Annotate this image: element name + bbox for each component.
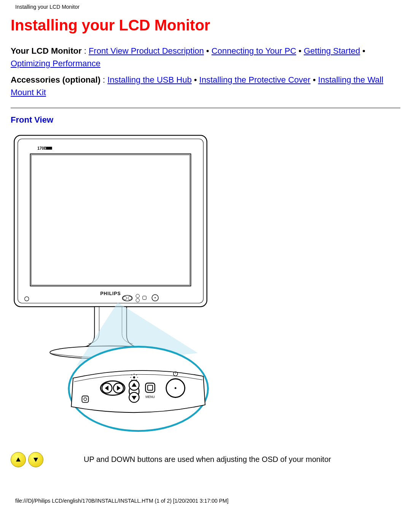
footer: file:///D|/Philips LCD/english/170B/INST… — [0, 475, 411, 508]
svg-rect-36 — [145, 383, 155, 392]
nav2-sep: : — [100, 75, 107, 85]
model-label-text: 170B — [37, 146, 47, 150]
page-header-title: Installing your LCD Monitor — [15, 4, 80, 10]
up-button-icon — [11, 452, 26, 467]
svg-rect-2 — [46, 147, 52, 150]
down-button-icon — [28, 452, 43, 467]
up-down-button-row: UP and DOWN buttons are used when adjust… — [11, 452, 400, 467]
page-title: Installing your LCD Monitor — [11, 17, 400, 34]
link-protective-cover[interactable]: Installing the Protective Cover — [199, 75, 311, 85]
link-getting-started[interactable]: Getting Started — [304, 46, 360, 56]
page-header: Installing your LCD Monitor — [0, 0, 411, 10]
svg-point-39 — [175, 387, 177, 389]
svg-rect-3 — [30, 154, 191, 286]
monitor-diagram: 170B PHILIPS — [11, 132, 210, 437]
menu-button: MENU — [145, 383, 155, 399]
front-view-heading: Front View — [11, 115, 400, 125]
link-usb-hub[interactable]: Installing the USB Hub — [107, 75, 191, 85]
link-optimizing-performance[interactable]: Optimizing Performance — [11, 59, 100, 68]
nav-line-accessories: Accessories (optional) : Installing the … — [11, 73, 400, 99]
brand-text: PHILIPS — [100, 291, 121, 296]
link-connecting-pc[interactable]: Connecting to Your PC — [212, 46, 296, 56]
svg-point-13 — [155, 297, 156, 299]
link-front-view-desc[interactable]: Front View Product Description — [89, 46, 204, 56]
svg-marker-44 — [33, 458, 38, 462]
content-area: Installing your LCD Monitor Your LCD Mon… — [0, 17, 411, 475]
up-down-description: UP and DOWN buttons are used when adjust… — [84, 455, 331, 464]
monitor-svg: 170B PHILIPS — [11, 132, 210, 435]
menu-label: MENU — [145, 395, 155, 399]
nav2-label: Accessories (optional) — [11, 75, 100, 85]
nav1-label: Your LCD Monitor — [11, 46, 82, 56]
nav-line-monitor: Your LCD Monitor : Front View Product De… — [11, 45, 400, 70]
svg-marker-43 — [16, 457, 21, 462]
divider — [11, 108, 400, 108]
nav1-sep: : — [82, 46, 89, 56]
svg-point-23 — [133, 376, 135, 379]
footer-text: file:///D|/Philips LCD/english/170B/INST… — [15, 498, 228, 504]
